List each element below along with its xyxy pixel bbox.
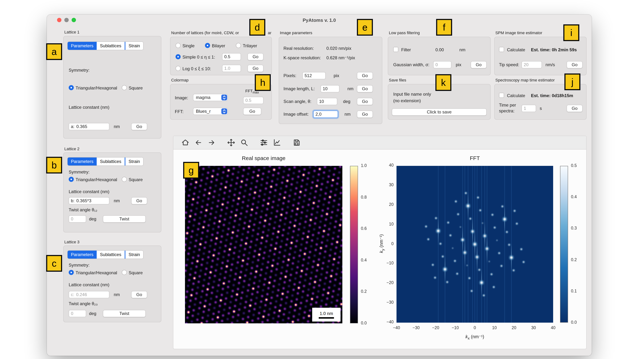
annotation-b: b bbox=[46, 157, 62, 174]
real-space-canvas[interactable] bbox=[185, 166, 342, 323]
tick-label: −40 bbox=[382, 320, 394, 324]
radio-trilayer[interactable] bbox=[236, 43, 241, 48]
ga​ussian-go-button[interactable]: Go bbox=[471, 61, 487, 68]
save-figure-icon[interactable] bbox=[292, 138, 301, 147]
back-icon[interactable] bbox=[194, 138, 203, 147]
unit-label: nm bbox=[348, 86, 354, 91]
lattice1-go-button[interactable]: Go bbox=[131, 123, 147, 130]
image-length-input[interactable] bbox=[320, 85, 340, 92]
fft-canvas[interactable] bbox=[396, 166, 553, 323]
radio-triangular[interactable] bbox=[69, 85, 74, 90]
filter-label: Filter bbox=[401, 47, 411, 52]
fft-image[interactable] bbox=[396, 166, 553, 323]
tip-speed-go-button[interactable]: Go bbox=[566, 61, 582, 68]
radio-square[interactable] bbox=[122, 177, 127, 182]
tab-strain[interactable]: Strain bbox=[125, 251, 143, 259]
tick-label: −20 bbox=[428, 325, 443, 330]
tick-label: 0.4 bbox=[361, 258, 367, 262]
radio-bilayer[interactable] bbox=[205, 43, 210, 48]
fft-colormap-select[interactable]: Blues_r bbox=[193, 108, 228, 115]
image-colormap-select[interactable]: magma bbox=[193, 94, 228, 101]
tab-parameters[interactable]: Parameters bbox=[68, 42, 97, 50]
pan-icon[interactable] bbox=[226, 138, 236, 147]
time-per-spectra-go-button[interactable]: Go bbox=[566, 105, 582, 112]
constant-prefix: a: bbox=[71, 124, 74, 129]
tick-label: 0.2 bbox=[361, 289, 367, 294]
log-label: Log 0 ≤ ξ ≤ 10: bbox=[182, 66, 211, 71]
click-to-save-button[interactable]: Click to save bbox=[392, 108, 487, 116]
unit-label: nm bbox=[460, 47, 465, 52]
tick-label: 30 bbox=[382, 183, 394, 187]
lattice1-constant-input[interactable]: a: 0.365 bbox=[69, 123, 110, 130]
tick-label: −10 bbox=[448, 325, 462, 330]
low-pass-title: Low pass filtering bbox=[389, 31, 420, 35]
lattice3-constant-input[interactable]: c: 0.246 bbox=[69, 291, 110, 298]
tab-parameters[interactable]: Parameters bbox=[68, 251, 97, 259]
radio-square[interactable] bbox=[122, 270, 127, 275]
tip-speed-input[interactable] bbox=[522, 61, 542, 68]
annotation-h: h bbox=[255, 74, 271, 91]
save-hint-line1: Input file name only bbox=[393, 92, 431, 97]
num-lattices-title-tail: ar bbox=[268, 31, 272, 35]
zoom-icon[interactable] bbox=[240, 138, 249, 147]
scan-angle-go-button[interactable]: Go bbox=[357, 98, 373, 105]
radio-bilayer-label: Bilayer bbox=[212, 43, 225, 48]
home-icon[interactable] bbox=[181, 138, 190, 147]
lattice1-panel: Parameters Sublattices Strain Symmetry: … bbox=[63, 36, 161, 139]
axes-config-icon[interactable] bbox=[272, 138, 282, 147]
lattice3-twist-button[interactable]: Twist bbox=[103, 310, 146, 317]
tab-strain[interactable]: Strain bbox=[125, 42, 143, 50]
log-xi-input[interactable] bbox=[222, 65, 241, 72]
tab-strain[interactable]: Strain bbox=[125, 158, 143, 166]
spec-calculate-checkbox[interactable] bbox=[499, 93, 504, 98]
real-space-image[interactable]: 1.0 nm bbox=[185, 166, 342, 323]
image-offset-input[interactable] bbox=[313, 111, 338, 118]
subplots-config-icon[interactable] bbox=[259, 138, 268, 147]
radio-single[interactable] bbox=[176, 43, 181, 48]
tab-sublattices[interactable]: Sublattices bbox=[97, 42, 124, 50]
lattice2-twist-input[interactable] bbox=[69, 215, 86, 223]
filter-value: 0.00 bbox=[436, 47, 444, 52]
radio-simple[interactable] bbox=[176, 54, 181, 59]
scan-angle-input[interactable] bbox=[317, 98, 337, 105]
tick-label: 20 bbox=[507, 325, 521, 330]
gaussian-width-input[interactable] bbox=[433, 61, 452, 68]
unit-label: pix bbox=[334, 73, 339, 78]
twist-angle-label: Twist angle θ₂₃ bbox=[69, 301, 98, 306]
lattice3-go-button[interactable]: Go bbox=[131, 291, 147, 298]
radio-triangular[interactable] bbox=[69, 177, 74, 182]
image-length-go-button[interactable]: Go bbox=[357, 85, 373, 92]
lattice2-constant-input[interactable]: b: 0.365*3 bbox=[69, 197, 110, 204]
tab-sublattices[interactable]: Sublattices bbox=[97, 158, 124, 166]
scalebar-line bbox=[319, 317, 334, 318]
unit-label: nm bbox=[114, 198, 120, 203]
log-go-button[interactable]: Go bbox=[248, 65, 264, 72]
unit-label: s bbox=[540, 106, 542, 111]
unit-label: deg bbox=[89, 216, 96, 221]
simple-eta-input[interactable] bbox=[222, 53, 241, 60]
tick-label: 1.0 bbox=[361, 163, 367, 168]
spm-calculate-checkbox[interactable] bbox=[499, 47, 504, 52]
tab-parameters[interactable]: Parameters bbox=[68, 158, 97, 166]
pixels-input[interactable] bbox=[302, 72, 326, 79]
time-per-spectra-input[interactable] bbox=[522, 105, 536, 112]
radio-log[interactable] bbox=[176, 66, 181, 71]
pixels-go-button[interactable]: Go bbox=[357, 72, 373, 79]
radio-square[interactable] bbox=[122, 85, 127, 90]
radio-triangular[interactable] bbox=[69, 270, 74, 275]
unit-label: nm/s bbox=[546, 62, 555, 67]
annotation-d: d bbox=[249, 19, 265, 36]
spm-estimator-panel: Calculate Est. time: 0h 2min 59s Tip spe… bbox=[494, 37, 586, 75]
forward-icon[interactable] bbox=[207, 138, 216, 147]
time-per-spectra-label-2: spectra: bbox=[499, 108, 514, 114]
lattice3-twist-input[interactable] bbox=[69, 310, 86, 317]
fftmax-input[interactable] bbox=[243, 97, 264, 104]
filter-checkbox[interactable] bbox=[393, 47, 398, 52]
lattice3-tabbar: Parameters Sublattices Strain bbox=[67, 250, 144, 259]
simple-go-button[interactable]: Go bbox=[248, 53, 264, 60]
lattice2-go-button[interactable]: Go bbox=[131, 197, 147, 204]
colormap-go-button[interactable]: Go bbox=[243, 108, 261, 115]
tab-sublattices[interactable]: Sublattices bbox=[97, 251, 124, 259]
image-offset-go-button[interactable]: Go bbox=[357, 111, 373, 118]
lattice2-twist-button[interactable]: Twist bbox=[103, 215, 146, 223]
